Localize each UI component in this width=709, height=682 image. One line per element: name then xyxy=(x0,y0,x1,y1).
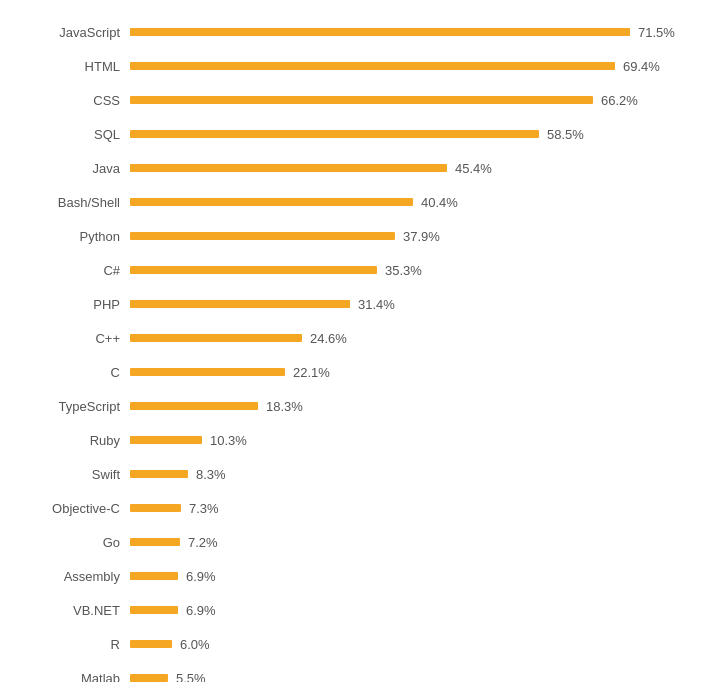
bar-track: 22.1% xyxy=(130,365,689,380)
bar-track: 7.3% xyxy=(130,501,689,516)
bar-chart: JavaScript71.5%HTML69.4%CSS66.2%SQL58.5%… xyxy=(20,20,689,682)
bar-row: HTML69.4% xyxy=(20,54,689,78)
bar-fill xyxy=(130,232,395,240)
bar-percentage: 31.4% xyxy=(358,297,395,312)
bar-label: HTML xyxy=(20,59,130,74)
bar-fill xyxy=(130,504,181,512)
bar-track: 58.5% xyxy=(130,127,689,142)
bar-fill xyxy=(130,606,178,614)
bar-percentage: 71.5% xyxy=(638,25,675,40)
bar-track: 69.4% xyxy=(130,59,689,74)
bar-fill xyxy=(130,436,202,444)
bar-percentage: 24.6% xyxy=(310,331,347,346)
bar-track: 71.5% xyxy=(130,25,689,40)
bar-label: SQL xyxy=(20,127,130,142)
bar-row: Ruby10.3% xyxy=(20,428,689,452)
bar-percentage: 40.4% xyxy=(421,195,458,210)
bar-row: Objective-C7.3% xyxy=(20,496,689,520)
bar-fill xyxy=(130,130,539,138)
bar-fill xyxy=(130,368,285,376)
bar-percentage: 5.5% xyxy=(176,671,206,683)
bar-track: 5.5% xyxy=(130,671,689,683)
bar-fill xyxy=(130,402,258,410)
bar-label: Bash/Shell xyxy=(20,195,130,210)
bar-row: JavaScript71.5% xyxy=(20,20,689,44)
bar-percentage: 58.5% xyxy=(547,127,584,142)
bar-label: Assembly xyxy=(20,569,130,584)
bar-fill xyxy=(130,334,302,342)
bar-label: Swift xyxy=(20,467,130,482)
bar-row: Swift8.3% xyxy=(20,462,689,486)
bar-row: C22.1% xyxy=(20,360,689,384)
bar-percentage: 69.4% xyxy=(623,59,660,74)
bar-fill xyxy=(130,538,180,546)
bar-row: R6.0% xyxy=(20,632,689,656)
bar-label: C# xyxy=(20,263,130,278)
bar-label: Ruby xyxy=(20,433,130,448)
bar-track: 7.2% xyxy=(130,535,689,550)
bar-fill xyxy=(130,96,593,104)
bar-label: PHP xyxy=(20,297,130,312)
bar-row: Go7.2% xyxy=(20,530,689,554)
bar-percentage: 7.2% xyxy=(188,535,218,550)
bar-row: Assembly6.9% xyxy=(20,564,689,588)
bar-label: Objective-C xyxy=(20,501,130,516)
bar-label: Matlab xyxy=(20,671,130,683)
bar-percentage: 8.3% xyxy=(196,467,226,482)
bar-label: JavaScript xyxy=(20,25,130,40)
bar-percentage: 66.2% xyxy=(601,93,638,108)
bar-percentage: 45.4% xyxy=(455,161,492,176)
bar-track: 18.3% xyxy=(130,399,689,414)
bar-fill xyxy=(130,674,168,682)
bar-fill xyxy=(130,266,377,274)
bar-percentage: 18.3% xyxy=(266,399,303,414)
bar-fill xyxy=(130,572,178,580)
bar-label: Go xyxy=(20,535,130,550)
bar-row: PHP31.4% xyxy=(20,292,689,316)
bar-fill xyxy=(130,28,630,36)
bar-fill xyxy=(130,470,188,478)
bar-track: 66.2% xyxy=(130,93,689,108)
bar-track: 35.3% xyxy=(130,263,689,278)
bar-percentage: 6.9% xyxy=(186,569,216,584)
bar-fill xyxy=(130,300,350,308)
bar-label: R xyxy=(20,637,130,652)
bar-row: TypeScript18.3% xyxy=(20,394,689,418)
bar-fill xyxy=(130,198,413,206)
bar-percentage: 6.9% xyxy=(186,603,216,618)
bar-label: Python xyxy=(20,229,130,244)
bar-label: C++ xyxy=(20,331,130,346)
bar-percentage: 22.1% xyxy=(293,365,330,380)
bar-track: 10.3% xyxy=(130,433,689,448)
bar-label: C xyxy=(20,365,130,380)
bar-percentage: 37.9% xyxy=(403,229,440,244)
bar-track: 45.4% xyxy=(130,161,689,176)
bar-label: Java xyxy=(20,161,130,176)
bar-row: Python37.9% xyxy=(20,224,689,248)
bar-row: Bash/Shell40.4% xyxy=(20,190,689,214)
bar-track: 6.9% xyxy=(130,603,689,618)
bar-row: Matlab5.5% xyxy=(20,666,689,682)
bar-track: 24.6% xyxy=(130,331,689,346)
bar-percentage: 35.3% xyxy=(385,263,422,278)
bar-track: 31.4% xyxy=(130,297,689,312)
bar-label: TypeScript xyxy=(20,399,130,414)
bar-track: 6.9% xyxy=(130,569,689,584)
bar-track: 8.3% xyxy=(130,467,689,482)
bar-track: 40.4% xyxy=(130,195,689,210)
bar-track: 37.9% xyxy=(130,229,689,244)
bar-fill xyxy=(130,62,615,70)
bar-label: VB.NET xyxy=(20,603,130,618)
bar-percentage: 10.3% xyxy=(210,433,247,448)
bar-row: SQL58.5% xyxy=(20,122,689,146)
bar-row: CSS66.2% xyxy=(20,88,689,112)
bar-percentage: 7.3% xyxy=(189,501,219,516)
bar-percentage: 6.0% xyxy=(180,637,210,652)
bar-row: VB.NET6.9% xyxy=(20,598,689,622)
bar-track: 6.0% xyxy=(130,637,689,652)
bar-fill xyxy=(130,164,447,172)
bar-fill xyxy=(130,640,172,648)
bar-row: Java45.4% xyxy=(20,156,689,180)
bar-row: C#35.3% xyxy=(20,258,689,282)
bar-row: C++24.6% xyxy=(20,326,689,350)
